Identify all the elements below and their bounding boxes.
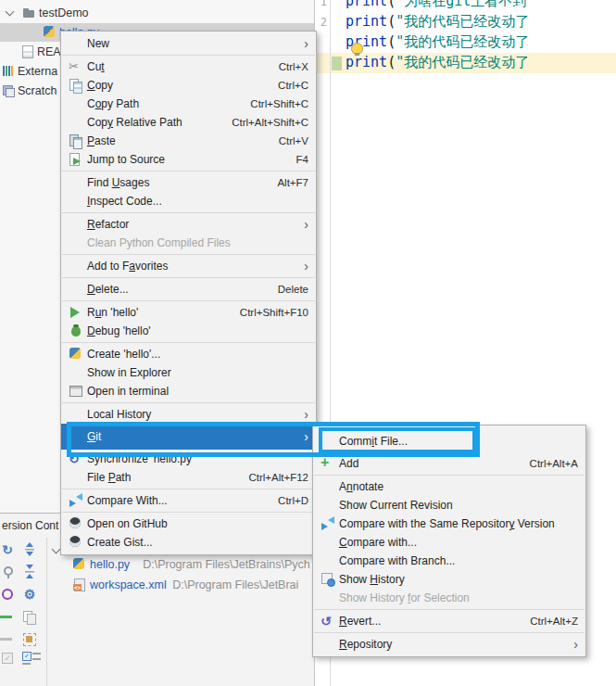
menu-item-refactor[interactable]: Refactor›	[61, 215, 316, 234]
code-line[interactable]: 2print("我的代码已经改动了	[314, 12, 616, 32]
menu-item-show-current-revision[interactable]: Show Current Revision	[313, 496, 585, 514]
menu-item-find-usages[interactable]: Find UsagesAlt+F7	[61, 173, 316, 192]
menu-item-show-in-explorer[interactable]: Show in Explorer	[61, 363, 316, 382]
folder-icon	[22, 6, 36, 19]
history-icon	[321, 572, 339, 587]
menu-item-compare-with-branch[interactable]: Compare with Branch...	[313, 552, 585, 570]
menu-item-show-history[interactable]: Show History	[313, 570, 585, 589]
changed-file-workspace-xml[interactable]: workspace.xmlD:\Program Files\JetBrai	[72, 577, 315, 593]
menu-separator	[62, 342, 315, 343]
line-number: 1	[314, 0, 327, 8]
changelist-chevron-icon[interactable]	[52, 545, 61, 554]
menu-item-local-history[interactable]: Local History›	[61, 405, 316, 424]
menu-item-label: Paste	[87, 134, 116, 147]
code-token: (	[387, 13, 396, 30]
commit-pin-icon[interactable]	[0, 565, 15, 579]
submenu-arrow-icon: ›	[291, 431, 308, 442]
menu-icon-spacer	[69, 217, 87, 232]
context-menu: New›CutCtrl+XCopyCtrl+CCopy PathCtrl+Shi…	[60, 31, 317, 555]
menu-item-label: Show History for Selection	[339, 591, 470, 604]
menu-item-add[interactable]: AddCtrl+Alt+A	[313, 454, 585, 473]
menu-item-jump-to-source[interactable]: Jump to SourceF4	[61, 150, 316, 169]
menu-item-annotate[interactable]: Annotate	[313, 477, 585, 496]
menu-item-shortcut: Ctrl+Shift+C	[237, 98, 308, 109]
menu-item-label: Add to Favorites	[87, 260, 168, 273]
debug-icon	[69, 324, 87, 338]
menu-item-label: Compare with the Same Repository Version	[339, 517, 555, 530]
tree-item-testdemo[interactable]: testDemo	[0, 4, 314, 22]
shelve-icon[interactable]	[22, 632, 37, 647]
menu-item-new[interactable]: New›	[61, 34, 316, 53]
menu-item-label: Show in Explorer	[87, 366, 171, 379]
menu-item-paste[interactable]: PasteCtrl+V	[61, 132, 316, 150]
code-line[interactable]: 1print("为啥在git上看不到	[314, 0, 616, 12]
menu-item-git[interactable]: Git›	[61, 424, 316, 450]
changed-file-hello-py[interactable]: hello.pyD:\Program Files\JetBrains\Pych	[72, 556, 315, 573]
menu-item-shortcut: Ctrl+Shift+F10	[227, 307, 308, 318]
changed-file-path: D:\Program Files\JetBrains\Pych	[143, 558, 310, 571]
tree-item-label: Scratch	[18, 84, 57, 97]
submenu-arrow-icon: ›	[560, 639, 578, 650]
menu-item-cut[interactable]: CutCtrl+X	[61, 57, 316, 76]
menu-item-copy-relative-path[interactable]: Copy Relative PathCtrl+Alt+Shift+C	[61, 113, 316, 132]
menu-icon-spacer	[321, 637, 339, 652]
menu-item-label: File Path	[87, 471, 131, 484]
github-icon	[69, 535, 87, 550]
menu-item-run-hello[interactable]: Run 'hello'Ctrl+Shift+F10	[61, 303, 316, 322]
menu-item-revert[interactable]: Revert...Ctrl+Alt+Z	[313, 612, 585, 630]
menu-item-compare-with[interactable]: Compare With...Ctrl+D	[61, 491, 316, 510]
menu-item-create-hello[interactable]: Create 'hello'...	[61, 345, 316, 363]
submenu-arrow-icon: ›	[291, 219, 308, 230]
menu-item-shortcut: Ctrl+Alt+Z	[517, 616, 578, 627]
tree-chevron-icon[interactable]	[6, 7, 15, 17]
code-line[interactable]: print("我的代码已经改动了	[314, 53, 616, 73]
menu-python-icon	[69, 347, 87, 362]
menu-item-inspect-code[interactable]: Inspect Code...	[61, 192, 316, 210]
menu-item-copy[interactable]: CopyCtrl+C	[61, 76, 316, 95]
menu-separator	[314, 609, 585, 610]
menu-item-synchronize-hello-py[interactable]: Synchronize 'hello.py'	[61, 450, 316, 468]
menu-item-compare-with-the-same-repository-version[interactable]: Compare with the Same Repository Version	[313, 514, 585, 533]
copy-icon[interactable]	[22, 610, 37, 625]
revert-icon	[321, 614, 339, 629]
menu-item-create-gist[interactable]: Create Gist...	[61, 533, 316, 552]
menu-item-add-to-favorites[interactable]: Add to Favorites›	[61, 257, 316, 275]
expand-all-icon[interactable]	[22, 542, 37, 557]
scratches-icon	[1, 83, 15, 97]
menu-item-delete[interactable]: Delete...Delete	[61, 280, 316, 299]
menu-item-debug-hello[interactable]: Debug 'hello'	[61, 322, 316, 340]
checkbox-icon[interactable]	[0, 652, 15, 667]
sync-icon	[69, 451, 87, 466]
menu-item-repository[interactable]: Repository›	[313, 635, 585, 654]
menu-item-open-in-terminal[interactable]: Open in terminal	[61, 382, 316, 400]
terminal-icon	[69, 384, 87, 399]
refresh-icon[interactable]: ↻	[0, 542, 15, 557]
incoming-icon[interactable]	[0, 587, 15, 602]
group-by-icon[interactable]	[22, 652, 37, 667]
submenu-arrow-icon: ›	[291, 260, 308, 272]
collapse-all-icon[interactable]	[22, 565, 37, 579]
menu-item-file-path[interactable]: File PathCtrl+Alt+F12	[61, 468, 316, 487]
code-token: print	[346, 0, 387, 9]
diff-green-line-icon[interactable]	[0, 610, 15, 625]
menu-icon-spacer	[321, 434, 339, 449]
xml-icon	[72, 578, 86, 591]
shelf-gray-line-icon[interactable]	[0, 632, 15, 647]
git-submenu: Commit File...AddCtrl+Alt+AAnnotateShow …	[312, 425, 586, 657]
menu-item-label: Show Current Revision	[339, 499, 453, 512]
menu-item-open-on-github[interactable]: Open on GitHub	[61, 514, 316, 533]
menu-item-copy-path[interactable]: Copy PathCtrl+Shift+C	[61, 95, 316, 113]
menu-separator	[314, 475, 585, 476]
menu-item-shortcut: Ctrl+V	[266, 135, 308, 146]
code-token: print	[346, 13, 387, 30]
menu-item-label: Copy	[87, 79, 113, 92]
tree-item-label: REA	[37, 45, 61, 58]
menu-item-commit-file[interactable]: Commit File...	[313, 428, 585, 454]
menu-item-compare-with[interactable]: Compare with...	[313, 533, 585, 552]
version-control-tab[interactable]: ersion Cont	[2, 519, 58, 532]
intention-bulb-icon[interactable]	[351, 43, 363, 55]
menu-icon-spacer	[321, 535, 339, 550]
add-icon	[321, 456, 339, 471]
menu-separator	[314, 632, 585, 633]
settings-gear-icon[interactable]: ⚙	[22, 587, 37, 602]
